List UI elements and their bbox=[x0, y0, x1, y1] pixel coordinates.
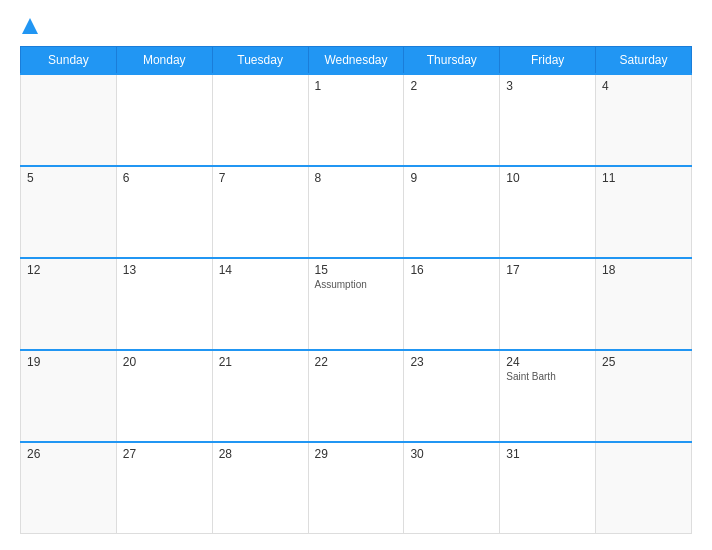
calendar-cell: 12 bbox=[21, 258, 117, 350]
day-number: 21 bbox=[219, 355, 302, 369]
calendar-table: SundayMondayTuesdayWednesdayThursdayFrid… bbox=[20, 46, 692, 534]
day-number: 4 bbox=[602, 79, 685, 93]
weekday-friday: Friday bbox=[500, 47, 596, 75]
calendar-cell: 24Saint Barth bbox=[500, 350, 596, 442]
holiday-label: Saint Barth bbox=[506, 371, 589, 382]
day-number: 5 bbox=[27, 171, 110, 185]
calendar-cell: 29 bbox=[308, 442, 404, 534]
calendar-cell: 7 bbox=[212, 166, 308, 258]
calendar-cell: 5 bbox=[21, 166, 117, 258]
day-number: 14 bbox=[219, 263, 302, 277]
day-number: 18 bbox=[602, 263, 685, 277]
day-number: 7 bbox=[219, 171, 302, 185]
week-row-3: 12131415Assumption161718 bbox=[21, 258, 692, 350]
calendar-cell: 20 bbox=[116, 350, 212, 442]
day-number: 22 bbox=[315, 355, 398, 369]
day-number: 1 bbox=[315, 79, 398, 93]
week-row-1: 1234 bbox=[21, 74, 692, 166]
day-number: 11 bbox=[602, 171, 685, 185]
logo bbox=[20, 16, 42, 36]
calendar-cell bbox=[116, 74, 212, 166]
day-number: 9 bbox=[410, 171, 493, 185]
weekday-sunday: Sunday bbox=[21, 47, 117, 75]
weekday-monday: Monday bbox=[116, 47, 212, 75]
calendar-cell: 4 bbox=[596, 74, 692, 166]
calendar-cell: 23 bbox=[404, 350, 500, 442]
calendar-cell: 10 bbox=[500, 166, 596, 258]
calendar-cell: 16 bbox=[404, 258, 500, 350]
day-number: 16 bbox=[410, 263, 493, 277]
day-number: 30 bbox=[410, 447, 493, 461]
calendar-cell: 2 bbox=[404, 74, 500, 166]
week-row-5: 262728293031 bbox=[21, 442, 692, 534]
calendar-cell bbox=[212, 74, 308, 166]
week-row-4: 192021222324Saint Barth25 bbox=[21, 350, 692, 442]
calendar-cell: 8 bbox=[308, 166, 404, 258]
day-number: 8 bbox=[315, 171, 398, 185]
day-number: 19 bbox=[27, 355, 110, 369]
weekday-saturday: Saturday bbox=[596, 47, 692, 75]
calendar-cell: 18 bbox=[596, 258, 692, 350]
calendar-cell: 9 bbox=[404, 166, 500, 258]
calendar-cell: 28 bbox=[212, 442, 308, 534]
day-number: 10 bbox=[506, 171, 589, 185]
day-number: 3 bbox=[506, 79, 589, 93]
calendar-cell: 14 bbox=[212, 258, 308, 350]
day-number: 24 bbox=[506, 355, 589, 369]
calendar-cell: 13 bbox=[116, 258, 212, 350]
day-number: 25 bbox=[602, 355, 685, 369]
day-number: 23 bbox=[410, 355, 493, 369]
calendar-cell: 17 bbox=[500, 258, 596, 350]
calendar-cell: 31 bbox=[500, 442, 596, 534]
weekday-thursday: Thursday bbox=[404, 47, 500, 75]
calendar-cell bbox=[21, 74, 117, 166]
calendar-cell: 15Assumption bbox=[308, 258, 404, 350]
day-number: 17 bbox=[506, 263, 589, 277]
calendar-cell: 6 bbox=[116, 166, 212, 258]
calendar-cell bbox=[596, 442, 692, 534]
day-number: 15 bbox=[315, 263, 398, 277]
day-number: 29 bbox=[315, 447, 398, 461]
day-number: 31 bbox=[506, 447, 589, 461]
weekday-header-row: SundayMondayTuesdayWednesdayThursdayFrid… bbox=[21, 47, 692, 75]
logo-icon bbox=[20, 16, 40, 36]
calendar-cell: 1 bbox=[308, 74, 404, 166]
calendar-cell: 30 bbox=[404, 442, 500, 534]
calendar-cell: 22 bbox=[308, 350, 404, 442]
day-number: 28 bbox=[219, 447, 302, 461]
day-number: 12 bbox=[27, 263, 110, 277]
holiday-label: Assumption bbox=[315, 279, 398, 290]
calendar-cell: 27 bbox=[116, 442, 212, 534]
calendar-header bbox=[20, 16, 692, 36]
day-number: 20 bbox=[123, 355, 206, 369]
calendar-cell: 21 bbox=[212, 350, 308, 442]
calendar-cell: 25 bbox=[596, 350, 692, 442]
calendar-cell: 26 bbox=[21, 442, 117, 534]
day-number: 26 bbox=[27, 447, 110, 461]
day-number: 2 bbox=[410, 79, 493, 93]
weekday-tuesday: Tuesday bbox=[212, 47, 308, 75]
calendar-cell: 11 bbox=[596, 166, 692, 258]
week-row-2: 567891011 bbox=[21, 166, 692, 258]
page: SundayMondayTuesdayWednesdayThursdayFrid… bbox=[0, 0, 712, 550]
calendar-cell: 3 bbox=[500, 74, 596, 166]
weekday-wednesday: Wednesday bbox=[308, 47, 404, 75]
day-number: 6 bbox=[123, 171, 206, 185]
day-number: 13 bbox=[123, 263, 206, 277]
calendar-cell: 19 bbox=[21, 350, 117, 442]
day-number: 27 bbox=[123, 447, 206, 461]
svg-marker-0 bbox=[22, 18, 38, 34]
